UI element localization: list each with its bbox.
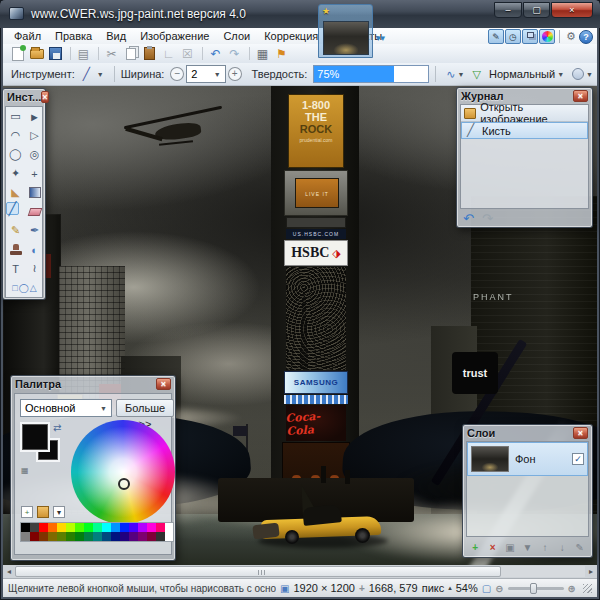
color-swatch[interactable] [84,532,93,541]
horizontal-scrollbar[interactable]: ◂ ▸ [3,565,597,578]
color-target-select[interactable]: Основной ▼ [20,399,112,417]
crop-button[interactable]: ∟ [160,46,177,62]
color-swatch[interactable] [120,523,129,532]
color-swatch[interactable] [129,523,138,532]
color-swatch[interactable] [66,532,75,541]
menu-Коррекция[interactable]: Коррекция [257,29,325,43]
colors-window-toggle[interactable] [539,29,555,44]
close-icon[interactable]: × [156,378,171,390]
fit-window-icon[interactable]: ▢ [482,583,491,594]
selection-mode-button[interactable]: ▼ [568,65,597,83]
color-swatch[interactable] [156,532,165,541]
undo-icon[interactable]: ↶ [463,211,474,226]
palette-menu-icon[interactable]: ▾ [53,506,65,518]
shapes-tool[interactable]: □◯△ [6,278,44,297]
redo-button[interactable]: ↷ [226,46,243,62]
pan-tool[interactable]: + [25,164,44,183]
width-combo[interactable]: 2 ▼ [186,65,226,83]
zoom-slider[interactable] [508,587,564,590]
color-swatch[interactable] [129,532,138,541]
move-layer-up-button[interactable]: ↑ [538,540,552,555]
rectangle-select-tool[interactable]: ▭ [6,107,25,126]
color-swatch[interactable] [30,532,39,541]
scrollbar-track[interactable] [501,566,585,577]
colors-window-titlebar[interactable]: Палитра × [11,376,175,392]
color-swatch[interactable] [39,523,48,532]
tools-window-titlebar[interactable]: Инст... × [3,89,45,105]
lasso-select-tool[interactable]: ◠ [6,126,25,145]
line-curve-tool[interactable]: ≀ [25,259,44,278]
history-item[interactable]: Кисть [461,122,588,139]
color-swatch[interactable] [102,523,111,532]
color-swatch[interactable] [30,523,39,532]
color-swatch[interactable] [138,532,147,541]
layer-visible-checkbox[interactable]: ✓ [572,453,584,465]
color-swatch[interactable] [48,523,57,532]
grid-button[interactable]: ▦ [254,46,271,62]
move-selection-tool[interactable]: ▷ [25,126,44,145]
minimize-button[interactable]: – [494,2,522,18]
color-swatch[interactable] [93,532,102,541]
layer-row[interactable]: Фон✓ [467,442,588,476]
current-tool-button[interactable]: ╱ ▼ [79,65,108,83]
zoom-out-icon[interactable]: ⊖ [495,583,503,594]
move-pixels-tool[interactable]: ► [25,107,44,126]
save-file-button[interactable] [47,46,64,62]
tools-window-toggle[interactable]: ✎ [488,29,504,44]
color-swatch[interactable] [75,532,84,541]
width-increase-button[interactable]: + [228,67,242,81]
move-layer-down-button[interactable]: ↓ [555,540,569,555]
antialiasing-button[interactable]: ▽ [469,65,485,83]
history-item[interactable]: Открыть изображение [461,105,588,122]
ruler-button[interactable]: ⚑ [273,46,290,62]
color-swatch[interactable] [156,523,165,532]
pencil-tool[interactable]: ✎ [6,221,25,240]
close-icon[interactable]: × [41,91,48,103]
settings-button[interactable]: ⚙ [563,29,579,44]
color-swatch[interactable] [21,532,30,541]
color-swatch[interactable] [57,523,66,532]
color-swatch[interactable] [75,523,84,532]
cut-button[interactable]: ✂ [103,46,120,62]
blend-mode-select[interactable]: Нормальный ▼ [485,65,568,83]
zoom-in-icon[interactable]: ⊕ [568,583,576,594]
add-layer-button[interactable]: + [468,540,482,555]
color-swatch[interactable] [84,523,93,532]
zoom-tool[interactable]: ◎ [25,145,44,164]
eraser-tool[interactable] [25,202,44,221]
scrollbar-thumb[interactable] [15,566,501,577]
color-swatch[interactable] [111,523,120,532]
close-icon[interactable]: × [573,427,588,439]
paste-button[interactable] [141,46,158,62]
gradient-tool[interactable] [25,183,44,202]
title-bar[interactable]: www.CWER.ws.jpg-paint.net версия 4.0 – ▢… [0,0,600,28]
color-swatch[interactable] [111,532,120,541]
color-wheel[interactable] [71,420,175,524]
color-swatch[interactable] [57,532,66,541]
redo-icon[interactable]: ↷ [482,211,493,226]
duplicate-layer-button[interactable]: ▣ [503,540,517,555]
color-swatch[interactable] [138,523,147,532]
resize-grip[interactable] [583,584,592,593]
color-swatch[interactable] [66,523,75,532]
delete-layer-button[interactable]: × [485,540,499,555]
ellipse-select-tool[interactable]: ◯ [6,145,25,164]
color-picker-tool[interactable]: ✒ [25,221,44,240]
add-color-icon[interactable]: + [21,506,33,518]
print-button[interactable]: ▤ [75,46,92,62]
help-button[interactable]: ? [579,30,593,44]
merge-down-button[interactable]: ▼ [520,540,534,555]
copy-button[interactable] [122,46,139,62]
swap-colors-icon[interactable]: ⇄ [53,422,61,433]
primary-color-swatch[interactable] [22,424,48,450]
scroll-right-arrow[interactable]: ▸ [585,567,597,576]
deselect-button[interactable]: ☒ [179,46,196,62]
color-swatch[interactable] [120,532,129,541]
paintbrush-tool[interactable]: ╱ [6,202,19,215]
new-file-button[interactable] [9,46,26,62]
color-swatch[interactable] [147,532,156,541]
history-window-toggle[interactable]: ◷ [505,29,521,44]
scroll-left-arrow[interactable]: ◂ [3,567,15,576]
color-swatch[interactable] [39,532,48,541]
menu-Изображение[interactable]: Изображение [133,29,216,43]
